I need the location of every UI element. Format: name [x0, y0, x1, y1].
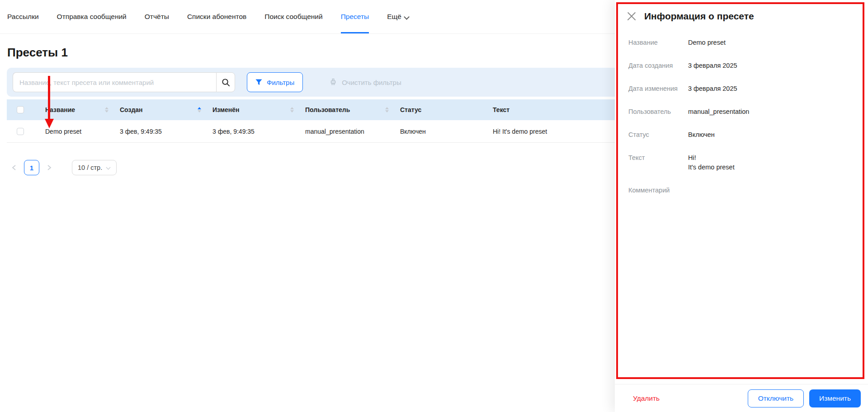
chevron-left-icon	[12, 165, 16, 170]
nav-item-presety[interactable]: Пресеты	[341, 0, 369, 33]
page-size-value: 10 / стр.	[78, 164, 102, 171]
drawer-footer: Удалить Отключить Изменить	[615, 384, 868, 412]
search-button[interactable]	[216, 72, 235, 92]
page-title: Пресеты 1	[7, 46, 615, 60]
page-size-select[interactable]: 10 / стр.	[72, 160, 117, 175]
column-header-status: Статус	[393, 106, 486, 113]
column-header-text: Текст	[486, 106, 615, 113]
sort-icon-name[interactable]	[105, 107, 108, 112]
column-header-modified[interactable]: Изменён	[206, 106, 298, 113]
clear-filters-label: Очистить фильтры	[342, 79, 401, 86]
row-cell-name: Demo preset	[38, 128, 113, 135]
drawer-header: Информация о пресете	[615, 0, 868, 34]
field-name: Название Demo preset	[628, 38, 855, 47]
nav-item-spiski[interactable]: Списки абонентов	[187, 0, 246, 33]
header-checkbox-cell	[7, 106, 38, 113]
clear-filters-icon	[329, 78, 337, 86]
table-row[interactable]: Demo preset 3 фев, 9:49:35 3 фев, 9:49:3…	[7, 120, 615, 143]
row-cell-created: 3 фев, 9:49:35	[113, 128, 206, 135]
filter-icon	[255, 79, 262, 85]
filters-button[interactable]: Фильтры	[247, 72, 303, 92]
edit-button[interactable]: Изменить	[809, 389, 861, 407]
page-button-1[interactable]: 1	[24, 160, 39, 175]
column-header-user[interactable]: Пользователь	[298, 106, 393, 113]
nav-item-poisk[interactable]: Поиск сообщений	[264, 0, 322, 33]
column-header-name[interactable]: Название	[38, 106, 113, 113]
nav-more-label: Ещё	[387, 13, 401, 21]
field-comment: Комментарий	[628, 186, 855, 195]
top-nav: Рассылки Отправка сообщений Отчёты Списк…	[0, 0, 615, 34]
select-all-checkbox[interactable]	[17, 106, 24, 113]
prev-page-button[interactable]	[7, 160, 21, 175]
main-content: Рассылки Отправка сообщений Отчёты Списк…	[0, 0, 615, 412]
drawer-fields: Название Demo preset Дата создания 3 фев…	[615, 34, 868, 195]
field-status: Статус Включен	[628, 130, 855, 140]
sort-icon-modified[interactable]	[290, 107, 294, 112]
row-cell-text: Hi! It's demo preset	[486, 128, 615, 135]
row-checkbox-cell	[7, 128, 38, 135]
row-cell-status: Включен	[393, 128, 486, 135]
nav-item-otchety[interactable]: Отчёты	[145, 0, 169, 33]
preset-info-drawer: Информация о пресете Название Demo prese…	[615, 0, 868, 412]
search-group	[13, 72, 235, 92]
field-user: Пользователь manual_presentation	[628, 107, 855, 117]
chevron-down-icon	[405, 14, 409, 18]
disable-button[interactable]: Отключить	[748, 389, 804, 407]
row-checkbox[interactable]	[17, 128, 24, 135]
chevron-right-icon	[47, 165, 52, 170]
field-created-date: Дата создания 3 февраля 2025	[628, 61, 855, 70]
close-icon[interactable]	[627, 11, 637, 21]
search-input[interactable]	[13, 72, 216, 92]
nav-item-otpravka[interactable]: Отправка сообщений	[57, 0, 127, 33]
sort-icon-user[interactable]	[385, 107, 389, 112]
column-header-created[interactable]: Создан	[113, 106, 206, 113]
pagination: 1 10 / стр.	[7, 160, 615, 175]
field-modified-date: Дата изменения 3 февраля 2025	[628, 84, 855, 94]
field-text: Текст Hi! It's demo preset	[628, 153, 855, 172]
next-page-button[interactable]	[42, 160, 57, 175]
nav-item-more[interactable]: Ещё	[387, 0, 409, 33]
chevron-down-icon	[107, 165, 111, 169]
table-header-row: Название Создан Изменён Пользователь	[7, 99, 615, 120]
filters-button-label: Фильтры	[267, 79, 294, 86]
sort-icon-created-active-asc[interactable]	[198, 107, 201, 112]
delete-button[interactable]: Удалить	[633, 394, 660, 403]
row-cell-modified: 3 фев, 9:49:35	[206, 128, 298, 135]
nav-item-rassylki[interactable]: Рассылки	[7, 0, 39, 33]
clear-filters-button[interactable]: Очистить фильтры	[329, 78, 401, 86]
row-cell-user: manual_presentation	[298, 128, 393, 135]
drawer-title: Информация о пресете	[644, 11, 754, 22]
search-icon	[222, 78, 230, 87]
filter-bar: Фильтры Очистить фильтры	[7, 68, 615, 97]
presets-table: Название Создан Изменён Пользователь	[7, 99, 615, 143]
